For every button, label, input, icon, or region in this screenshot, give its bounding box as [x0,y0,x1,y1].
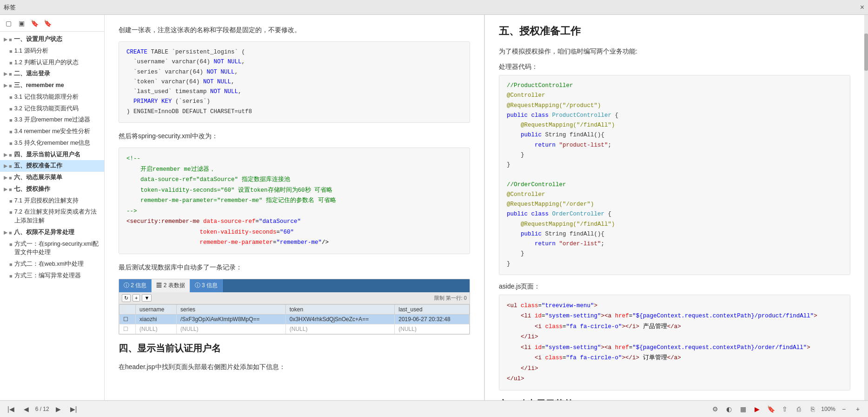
sidebar-item-s3[interactable]: ▶ ■ 三、remember me [0,80,104,91]
sidebar-item-s1[interactable]: ▶ ■ 一、设置用户状态 [0,34,104,45]
bookmark-icon[interactable]: 🔖 [30,19,39,28]
db-tab-info2[interactable]: ⓘ 3 信息 [190,279,223,292]
section5-heading: 五、授权准备工作 [499,24,850,38]
next-page-btn[interactable]: ▶ [53,404,64,414]
col-checkbox [119,304,136,314]
sidebar-item-s2[interactable]: ▶ ■ 二、退出登录 [0,68,104,80]
bookmark-tool-icon[interactable]: 🔖 [765,404,776,415]
copy-icon[interactable]: ⎘ [807,404,818,415]
doc-right-panel: 五、授权准备工作 为了模拟授权操作，咱们临时编写两个业务功能: 处理器代码： /… [485,15,864,400]
close-icon[interactable]: × [860,3,864,12]
sidebar-item-s7-2[interactable]: ■ 7.2 在注解支持对应类或者方法上添加注解 [0,206,104,227]
transition-text: 然后将spring-security.xml中改为： [119,130,470,142]
expand-icon[interactable]: ▶ [4,186,7,193]
toc-bullet: ■ [9,94,13,101]
expand-icon[interactable]: ▶ [4,82,7,89]
sidebar-item-s7-1[interactable]: ■ 7.1 开启授权的注解支持 [0,195,104,207]
expand-icon[interactable]: ▶ [4,36,7,43]
sidebar-item-s4[interactable]: ▶ ■ 四、显示当前认证用户名 [0,149,104,161]
cell-username: xiaozhi [136,314,177,324]
expand-icon[interactable]: ▶ [4,174,7,181]
toc-bullet: ■ [9,82,12,90]
toc-label: 3.1 记住我功能原理分析 [14,93,79,101]
db-tab-data[interactable]: ☰ 2 表数据 [152,279,190,292]
first-page-btn[interactable]: |◀ [5,404,17,414]
toc-bullet: ■ [9,47,13,55]
view-icon[interactable]: ◐ [723,404,735,415]
toc-bullet: ■ [9,105,13,113]
sidebar-item-s8[interactable]: ▶ ■ 八、权限不足异常处理 [0,227,104,238]
sidebar-item-s1-1[interactable]: ■ 1.1 源码分析 [0,45,104,57]
sidebar-item-s3-2[interactable]: ■ 3.2 记住我功能页面代码 [0,103,104,114]
open-file-icon[interactable]: ▣ [17,19,26,28]
sidebar-item-s1-2[interactable]: ■ 1.2 判断认证用户的状态 [0,57,104,68]
section5-intro: 为了模拟授权操作，咱们临时编写两个业务功能: [499,46,850,57]
settings-icon[interactable]: ⚙ [709,404,721,415]
bottom-tools: ⚙ ◐ ▦ ▶ 🔖 ⇧ ⎙ ⎘ 100% − + [709,404,863,415]
db-table-tabs: ⓘ 2 信息 ☰ 2 表数据 ⓘ 3 信息 [119,279,470,292]
bottom-bar: |◀ ◀ 6 / 12 ▶ ▶| ⚙ ◐ ▦ ▶ 🔖 ⇧ ⎙ ⎘ 100% − … [0,400,868,417]
table-row-null: ☐ (NULL) (NULL) (NULL) (NULL) [119,324,470,334]
toc-bullet: ■ [9,140,13,148]
toc-bullet: ■ [9,186,12,194]
toc-bullet: ■ [9,272,13,280]
toc-bullet: ■ [9,70,12,78]
cell-null-series: (NULL) [177,324,286,334]
db-table: ⓘ 2 信息 ☰ 2 表数据 ⓘ 3 信息 ↻ + ▼ 限制 第一行: 0 us… [119,279,470,335]
col-last-used: last_used [395,304,470,314]
doc-left-panel: 创建一张表，注意这张表的名称和字段都是固定的，不要修改。 CREATE TABL… [105,15,484,400]
prev-page-btn[interactable]: ◀ [21,404,32,414]
sidebar-item-s8-1[interactable]: ■ 方式一：在spring-security.xml配置文件中处理 [0,238,104,259]
xml-code-block: <!-- 开启remember me过滤器， data-source-ref="… [119,148,470,254]
aside-label: aside.js页面： [499,282,850,291]
toc-bullet: ■ [9,241,13,249]
db-table-body: username series token last_used ☐ xiaozh… [119,304,470,334]
toc-label: 3.4 remember me安全性分析 [14,127,91,136]
last-page-btn[interactable]: ▶| [67,404,80,414]
play-icon[interactable]: ▶ [751,404,762,415]
sidebar-item-s8-3[interactable]: ■ 方式三：编写异常处理器 [0,270,104,282]
add-btn[interactable]: + [133,294,140,302]
code-block-create-table: CREATE TABLE `persistent_logins` ( `user… [119,41,470,123]
expand-icon[interactable]: ▶ [4,151,7,158]
processor-label: 处理器代码： [499,63,850,71]
zoom-in-btn[interactable]: + [852,404,863,415]
db-tab-info[interactable]: ⓘ 2 信息 [119,279,152,292]
sidebar-item-s3-4[interactable]: ■ 3.4 remember me安全性分析 [0,126,104,137]
refresh-btn[interactable]: ↻ [122,294,131,302]
sidebar: ▢ ▣ 🔖 🔖 ▶ ■ 一、设置用户状态■ 1.1 源码分析■ 1.2 判断认证… [0,15,105,400]
sidebar-item-s3-3[interactable]: ■ 3.3 开启remember me过滤器 [0,114,104,126]
db-table-inner: username series token last_used ☐ xiaozh… [119,304,470,334]
layout-icon[interactable]: ▦ [737,404,749,415]
sidebar-item-s6[interactable]: ▶ ■ 六、动态展示菜单 [0,172,104,183]
expand-icon[interactable]: ▶ [4,229,7,236]
toc-label: 二、退出登录 [14,69,50,78]
db-text: 最后测试发现数据库中自动多了一条记录： [119,262,470,273]
toc-label: 3.5 持久化remember me信息 [14,139,91,148]
cell-last-used: 2019-06-27 20:32:48 [395,314,470,324]
toc-label: 三、remember me [14,81,64,90]
sidebar-item-s7[interactable]: ▶ ■ 七、授权操作 [0,183,104,195]
sidebar-content: ▶ ■ 一、设置用户状态■ 1.1 源码分析■ 1.2 判断认证用户的状态▶ ■… [0,32,104,400]
toc-bullet: ■ [9,208,13,216]
share-icon[interactable]: ⇧ [779,404,790,415]
toc-label: 七、授权操作 [14,185,50,194]
expand-icon[interactable]: ▶ [4,70,7,77]
right-scrollbar[interactable] [864,15,868,400]
filter-btn[interactable]: ▼ [142,294,152,302]
row-checkbox[interactable]: ☐ [119,314,136,324]
cell-null-token: (NULL) [285,324,395,334]
print-icon[interactable]: ⎙ [793,404,804,415]
sidebar-item-s3-5[interactable]: ■ 3.5 持久化remember me信息 [0,137,104,149]
bookmark2-icon[interactable]: 🔖 [43,19,52,28]
sidebar-item-s5[interactable]: ▶ ■ 五、授权准备工作 [0,160,104,172]
new-file-icon[interactable]: ▢ [4,19,13,28]
sidebar-item-s8-2[interactable]: ■ 方式二：在web.xml中处理 [0,258,104,270]
table-row[interactable]: ☐ xiaozhi /SxF3gOpXiAwKImtpW8MpQ== 0x3HX… [119,314,470,324]
expand-icon[interactable]: ▶ [4,162,7,169]
zoom-out-btn[interactable]: − [838,404,849,415]
sidebar-item-s3-1[interactable]: ■ 3.1 记住我功能原理分析 [0,91,104,103]
cell-token: 0x3HXW4rhkSdQjSnOeZc+A== [285,314,395,324]
code-block-controllers: //ProductController @Controller @Request… [499,75,850,275]
col-series: series [177,304,286,314]
